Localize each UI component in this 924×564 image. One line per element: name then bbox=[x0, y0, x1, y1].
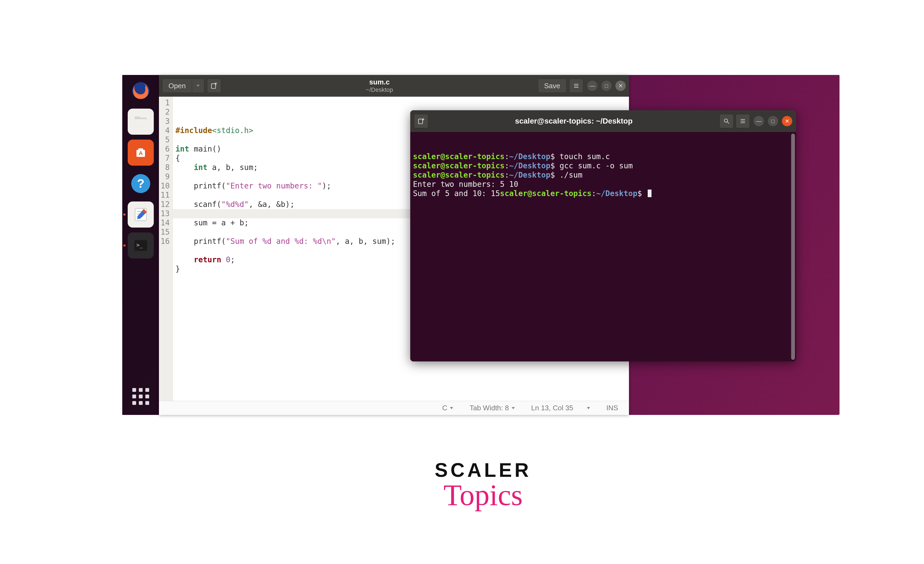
text-editor-icon[interactable] bbox=[128, 202, 154, 227]
svg-text:>_: >_ bbox=[136, 242, 142, 248]
firefox-icon[interactable] bbox=[128, 78, 154, 104]
svg-text:?: ? bbox=[137, 177, 144, 190]
desktop: A ? >_ Open sum.c ~/Desktop bbox=[122, 75, 840, 415]
search-button[interactable] bbox=[719, 114, 734, 128]
svg-rect-2 bbox=[135, 117, 140, 119]
software-center-icon[interactable]: A bbox=[128, 139, 154, 166]
gedit-title: sum.c ~/Desktop bbox=[221, 78, 538, 94]
apps-grid-icon[interactable] bbox=[128, 383, 154, 410]
new-tab-button[interactable] bbox=[207, 79, 221, 93]
maximize-button[interactable]: □ bbox=[601, 81, 612, 91]
help-icon[interactable]: ? bbox=[128, 171, 154, 197]
gedit-window: Open sum.c ~/Desktop Save — □ ✕ 1 2 3 4 … bbox=[159, 75, 629, 415]
terminal-scrollbar[interactable] bbox=[791, 134, 795, 360]
status-tab-width[interactable]: Tab Width: 8 bbox=[470, 404, 515, 412]
status-insert-mode: INS bbox=[606, 404, 618, 412]
open-recent-dropdown[interactable] bbox=[192, 79, 204, 93]
terminal-icon[interactable]: >_ bbox=[128, 232, 154, 259]
minimize-button[interactable]: — bbox=[754, 116, 764, 126]
svg-rect-21 bbox=[418, 119, 423, 124]
save-button[interactable]: Save bbox=[538, 79, 567, 93]
maximize-button[interactable]: □ bbox=[768, 116, 778, 126]
open-button[interactable]: Open bbox=[162, 79, 192, 93]
files-icon[interactable] bbox=[128, 109, 154, 135]
svg-point-24 bbox=[724, 119, 728, 122]
gedit-statusbar: C Tab Width: 8 Ln 13, Col 35 INS bbox=[159, 401, 629, 415]
scaler-topics-logo: SCALER Topics bbox=[435, 459, 531, 512]
close-button[interactable]: ✕ bbox=[782, 116, 792, 126]
svg-text:A: A bbox=[138, 150, 142, 156]
hamburger-menu-button[interactable] bbox=[569, 79, 583, 93]
svg-rect-3 bbox=[135, 119, 147, 127]
minimize-button[interactable]: — bbox=[587, 81, 597, 91]
status-cursor-position[interactable]: Ln 13, Col 35 bbox=[531, 404, 590, 412]
dock: A ? >_ bbox=[122, 75, 159, 415]
svg-rect-15 bbox=[212, 84, 216, 88]
hamburger-menu-button[interactable] bbox=[736, 114, 750, 128]
line-number-gutter: 1 2 3 4 5 6 7 8 9 10 11 12 13 14 15 16 bbox=[159, 97, 173, 401]
terminal-title: scaler@scaler-topics: ~/Desktop bbox=[428, 117, 719, 126]
svg-line-25 bbox=[727, 122, 729, 124]
status-language[interactable]: C bbox=[442, 404, 453, 412]
gedit-titlebar: Open sum.c ~/Desktop Save — □ ✕ bbox=[159, 75, 629, 97]
close-button[interactable]: ✕ bbox=[615, 81, 626, 91]
